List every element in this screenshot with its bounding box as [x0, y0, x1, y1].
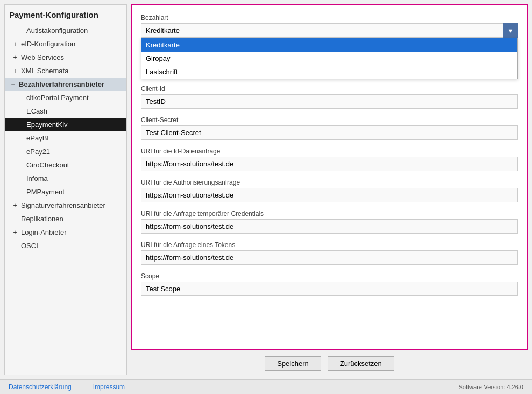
uri-token-input[interactable]	[141, 250, 518, 265]
uri-temp-input[interactable]	[141, 219, 518, 234]
sidebar-item-xml[interactable]: +XML Schemata	[5, 64, 126, 78]
sidebar-label-infoma: Infoma	[21, 174, 48, 182]
sidebar-item-autista[interactable]: Autistakonfiguration	[5, 24, 126, 37]
bezahlart-dropdown-wrapper: Kreditkarte Giropay Lastschrift ▼ Kredit…	[141, 23, 518, 38]
reset-button[interactable]: Zurücksetzen	[328, 356, 394, 371]
sidebar-item-infoma[interactable]: Infoma	[5, 172, 126, 185]
sidebar-label-epaymentkiv: EpaymentKiv	[21, 121, 68, 129]
client-secret-input[interactable]	[141, 125, 518, 140]
client-id-input[interactable]	[141, 94, 518, 109]
sidebar-icon-xml: +	[11, 67, 19, 75]
sidebar-label-epay21: ePay21	[21, 147, 50, 156]
sidebar-label-autista: Autistakonfiguration	[21, 26, 88, 34]
main-content: Bezahlart Kreditkarte Giropay Lastschrif…	[131, 4, 528, 375]
form-panel: Bezahlart Kreditkarte Giropay Lastschrif…	[131, 4, 528, 350]
dropdown-option-giropay[interactable]: Giropay	[141, 52, 517, 65]
scope-input[interactable]	[141, 282, 518, 296]
sidebar-label-eid: eID-Konfiguration	[21, 40, 75, 48]
sidebar-icon-webservices: +	[11, 54, 19, 61]
client-secret-label: Client-Secret	[141, 116, 518, 124]
sidebar-label-xml: XML Schemata	[21, 67, 68, 75]
uri-id-input[interactable]	[141, 157, 518, 171]
footer: Datenschutzerklärung Impressum Software-…	[0, 379, 532, 394]
bezahlart-select[interactable]: Kreditkarte Giropay Lastschrift	[141, 23, 518, 38]
sidebar-item-pmpayment[interactable]: PMPayment	[5, 185, 126, 199]
sidebar-item-girocheckout[interactable]: GiroCheckout	[5, 158, 126, 172]
sidebar-label-pmpayment: PMPayment	[21, 188, 65, 196]
client-secret-group: Client-Secret	[141, 116, 518, 140]
dropdown-option-kreditkarte[interactable]: Kreditkarte	[141, 38, 517, 52]
uri-auth-input[interactable]	[141, 188, 518, 202]
sidebar-item-signatur[interactable]: +Signaturverfahrensanbieter	[5, 199, 126, 212]
uri-temp-group: URI für die Anfrage temporärer Credentia…	[141, 210, 518, 234]
sidebar-label-webservices: Web Services	[21, 53, 64, 61]
sidebar-label-ecash: ECash	[21, 107, 47, 115]
version-text: Software-Version: 4.26.0	[459, 384, 523, 390]
sidebar-icon-eid: +	[11, 40, 19, 48]
sidebar-icon-signatur: +	[11, 202, 19, 209]
bezahlart-group: Bezahlart Kreditkarte Giropay Lastschrif…	[141, 14, 518, 38]
uri-id-label: URI für die Id-Datenanfrage	[141, 147, 518, 155]
sidebar-label-girocheckout: GiroCheckout	[21, 161, 69, 169]
bezahlart-label: Bezahlart	[141, 14, 518, 22]
sidebar-item-login[interactable]: +Login-Anbieter	[5, 226, 126, 239]
uri-token-label: URI für die Anfrage eines Tokens	[141, 241, 518, 249]
sidebar-label-bezahlverfahren: Bezahlverfahrensanbieter	[19, 80, 104, 88]
uri-temp-label: URI für die Anfrage temporärer Credentia…	[141, 210, 518, 217]
dropdown-option-lastschrift[interactable]: Lastschrift	[141, 65, 517, 79]
sidebar-title: Payment-Konfiguration	[5, 5, 126, 24]
sidebar-item-webservices[interactable]: +Web Services	[5, 51, 126, 64]
sidebar-label-osci: OSCI	[21, 242, 38, 250]
sidebar-item-citkoportal[interactable]: citkoPortal Payment	[5, 91, 126, 104]
client-id-group: Client-Id	[141, 85, 518, 109]
uri-id-group: URI für die Id-Datenanfrage	[141, 147, 518, 171]
sidebar-label-login: Login-Anbieter	[21, 228, 67, 236]
sidebar-item-epaymentkiv[interactable]: EpaymentKiv	[5, 118, 126, 131]
sidebar-item-osci[interactable]: OSCI	[5, 239, 126, 252]
sidebar-item-bezahlverfahren[interactable]: −Bezahlverfahrensanbieter	[5, 78, 126, 91]
save-button[interactable]: Speichern	[265, 356, 321, 371]
scope-label: Scope	[141, 272, 518, 280]
sidebar-icon-bezahlverfahren: −	[9, 81, 17, 88]
uri-auth-label: URI für die Authorisierungsanfrage	[141, 179, 518, 186]
sidebar-item-ecash[interactable]: ECash	[5, 104, 126, 118]
uri-token-group: URI für die Anfrage eines Tokens	[141, 241, 518, 265]
imprint-link[interactable]: Impressum	[93, 383, 125, 391]
sidebar-item-eid[interactable]: +eID-Konfiguration	[5, 37, 126, 51]
sidebar-label-replikationen: Replikationen	[21, 215, 63, 223]
scope-group: Scope	[141, 272, 518, 296]
sidebar-item-epaybl[interactable]: ePayBL	[5, 131, 126, 145]
sidebar-label-citkoportal: citkoPortal Payment	[21, 94, 89, 102]
sidebar-icon-login: +	[11, 229, 19, 236]
dropdown-open-list: Kreditkarte Giropay Lastschrift	[141, 38, 518, 79]
sidebar-label-signatur: Signaturverfahrensanbieter	[21, 201, 105, 209]
sidebar-label-epaybl: ePayBL	[21, 134, 51, 142]
client-id-label: Client-Id	[141, 85, 518, 93]
sidebar: Payment-Konfiguration Autistakonfigurati…	[4, 4, 127, 375]
buttons-row: Speichern Zurücksetzen	[131, 350, 528, 375]
sidebar-item-epay21[interactable]: ePay21	[5, 145, 126, 158]
footer-links: Datenschutzerklärung Impressum	[9, 383, 125, 391]
privacy-link[interactable]: Datenschutzerklärung	[9, 383, 72, 391]
sidebar-item-replikationen[interactable]: Replikationen	[5, 212, 126, 226]
uri-auth-group: URI für die Authorisierungsanfrage	[141, 179, 518, 202]
